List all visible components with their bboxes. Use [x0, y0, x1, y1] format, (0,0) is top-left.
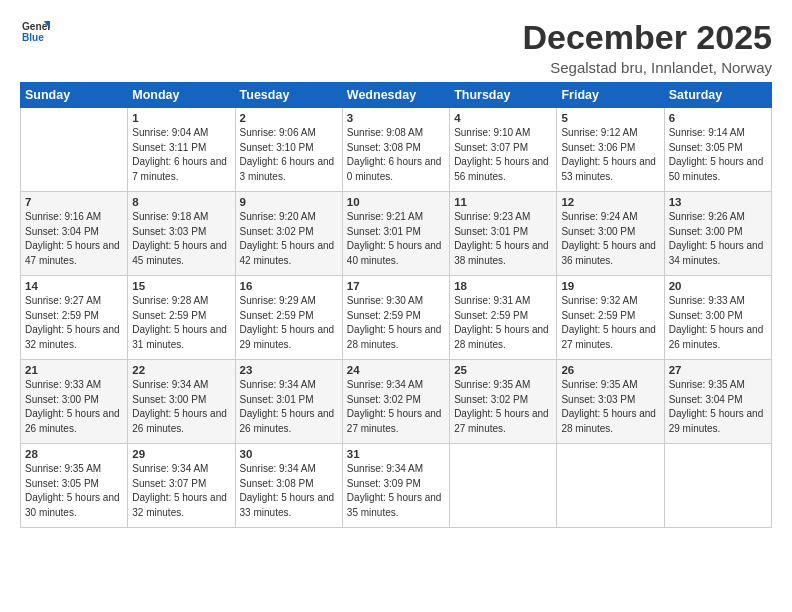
day-number: 10: [347, 196, 445, 208]
day-info: Sunrise: 9:06 AMSunset: 3:10 PMDaylight:…: [240, 126, 338, 184]
calendar-cell: [557, 444, 664, 528]
day-number: 31: [347, 448, 445, 460]
col-wednesday: Wednesday: [342, 83, 449, 108]
day-info: Sunrise: 9:04 AMSunset: 3:11 PMDaylight:…: [132, 126, 230, 184]
day-number: 9: [240, 196, 338, 208]
day-info: Sunrise: 9:12 AMSunset: 3:06 PMDaylight:…: [561, 126, 659, 184]
day-number: 18: [454, 280, 552, 292]
col-thursday: Thursday: [450, 83, 557, 108]
day-info: Sunrise: 9:10 AMSunset: 3:07 PMDaylight:…: [454, 126, 552, 184]
col-friday: Friday: [557, 83, 664, 108]
calendar-week-3: 21Sunrise: 9:33 AMSunset: 3:00 PMDayligh…: [21, 360, 772, 444]
calendar-cell: 26Sunrise: 9:35 AMSunset: 3:03 PMDayligh…: [557, 360, 664, 444]
calendar-cell: 6Sunrise: 9:14 AMSunset: 3:05 PMDaylight…: [664, 108, 771, 192]
calendar-cell: 10Sunrise: 9:21 AMSunset: 3:01 PMDayligh…: [342, 192, 449, 276]
day-number: 21: [25, 364, 123, 376]
day-info: Sunrise: 9:08 AMSunset: 3:08 PMDaylight:…: [347, 126, 445, 184]
day-number: 13: [669, 196, 767, 208]
day-number: 11: [454, 196, 552, 208]
calendar-cell: 30Sunrise: 9:34 AMSunset: 3:08 PMDayligh…: [235, 444, 342, 528]
day-info: Sunrise: 9:35 AMSunset: 3:04 PMDaylight:…: [669, 378, 767, 436]
day-info: Sunrise: 9:30 AMSunset: 2:59 PMDaylight:…: [347, 294, 445, 352]
day-info: Sunrise: 9:34 AMSunset: 3:01 PMDaylight:…: [240, 378, 338, 436]
subtitle: Segalstad bru, Innlandet, Norway: [522, 59, 772, 76]
day-number: 30: [240, 448, 338, 460]
day-number: 28: [25, 448, 123, 460]
calendar-cell: 31Sunrise: 9:34 AMSunset: 3:09 PMDayligh…: [342, 444, 449, 528]
day-info: Sunrise: 9:29 AMSunset: 2:59 PMDaylight:…: [240, 294, 338, 352]
day-number: 26: [561, 364, 659, 376]
day-info: Sunrise: 9:35 AMSunset: 3:03 PMDaylight:…: [561, 378, 659, 436]
day-info: Sunrise: 9:18 AMSunset: 3:03 PMDaylight:…: [132, 210, 230, 268]
day-number: 16: [240, 280, 338, 292]
day-info: Sunrise: 9:23 AMSunset: 3:01 PMDaylight:…: [454, 210, 552, 268]
day-number: 12: [561, 196, 659, 208]
calendar-cell: 17Sunrise: 9:30 AMSunset: 2:59 PMDayligh…: [342, 276, 449, 360]
day-info: Sunrise: 9:34 AMSunset: 3:07 PMDaylight:…: [132, 462, 230, 520]
day-number: 23: [240, 364, 338, 376]
day-info: Sunrise: 9:33 AMSunset: 3:00 PMDaylight:…: [669, 294, 767, 352]
day-info: Sunrise: 9:33 AMSunset: 3:00 PMDaylight:…: [25, 378, 123, 436]
calendar-cell: 2Sunrise: 9:06 AMSunset: 3:10 PMDaylight…: [235, 108, 342, 192]
calendar-cell: 9Sunrise: 9:20 AMSunset: 3:02 PMDaylight…: [235, 192, 342, 276]
day-number: 25: [454, 364, 552, 376]
day-number: 27: [669, 364, 767, 376]
day-number: 15: [132, 280, 230, 292]
day-number: 1: [132, 112, 230, 124]
day-info: Sunrise: 9:32 AMSunset: 2:59 PMDaylight:…: [561, 294, 659, 352]
calendar-cell: 25Sunrise: 9:35 AMSunset: 3:02 PMDayligh…: [450, 360, 557, 444]
day-info: Sunrise: 9:27 AMSunset: 2:59 PMDaylight:…: [25, 294, 123, 352]
calendar-cell: 22Sunrise: 9:34 AMSunset: 3:00 PMDayligh…: [128, 360, 235, 444]
day-number: 4: [454, 112, 552, 124]
day-number: 5: [561, 112, 659, 124]
calendar-cell: 3Sunrise: 9:08 AMSunset: 3:08 PMDaylight…: [342, 108, 449, 192]
day-info: Sunrise: 9:14 AMSunset: 3:05 PMDaylight:…: [669, 126, 767, 184]
calendar-cell: 18Sunrise: 9:31 AMSunset: 2:59 PMDayligh…: [450, 276, 557, 360]
logo: General Blue: [20, 18, 50, 50]
day-number: 8: [132, 196, 230, 208]
day-info: Sunrise: 9:16 AMSunset: 3:04 PMDaylight:…: [25, 210, 123, 268]
day-info: Sunrise: 9:34 AMSunset: 3:08 PMDaylight:…: [240, 462, 338, 520]
calendar-cell: 23Sunrise: 9:34 AMSunset: 3:01 PMDayligh…: [235, 360, 342, 444]
calendar-week-2: 14Sunrise: 9:27 AMSunset: 2:59 PMDayligh…: [21, 276, 772, 360]
day-number: 14: [25, 280, 123, 292]
day-number: 17: [347, 280, 445, 292]
col-sunday: Sunday: [21, 83, 128, 108]
logo-icon: General Blue: [22, 18, 50, 46]
day-number: 29: [132, 448, 230, 460]
day-number: 20: [669, 280, 767, 292]
day-number: 7: [25, 196, 123, 208]
calendar-cell: 29Sunrise: 9:34 AMSunset: 3:07 PMDayligh…: [128, 444, 235, 528]
header-row: Sunday Monday Tuesday Wednesday Thursday…: [21, 83, 772, 108]
svg-text:Blue: Blue: [22, 32, 44, 43]
calendar-cell: [450, 444, 557, 528]
calendar-cell: 14Sunrise: 9:27 AMSunset: 2:59 PMDayligh…: [21, 276, 128, 360]
calendar-cell: 20Sunrise: 9:33 AMSunset: 3:00 PMDayligh…: [664, 276, 771, 360]
calendar-cell: 24Sunrise: 9:34 AMSunset: 3:02 PMDayligh…: [342, 360, 449, 444]
calendar-cell: 28Sunrise: 9:35 AMSunset: 3:05 PMDayligh…: [21, 444, 128, 528]
day-number: 6: [669, 112, 767, 124]
calendar-cell: 27Sunrise: 9:35 AMSunset: 3:04 PMDayligh…: [664, 360, 771, 444]
calendar-cell: 5Sunrise: 9:12 AMSunset: 3:06 PMDaylight…: [557, 108, 664, 192]
calendar-cell: 8Sunrise: 9:18 AMSunset: 3:03 PMDaylight…: [128, 192, 235, 276]
day-number: 22: [132, 364, 230, 376]
day-number: 2: [240, 112, 338, 124]
calendar-week-4: 28Sunrise: 9:35 AMSunset: 3:05 PMDayligh…: [21, 444, 772, 528]
day-info: Sunrise: 9:28 AMSunset: 2:59 PMDaylight:…: [132, 294, 230, 352]
page: General Blue December 2025 Segalstad bru…: [0, 0, 792, 612]
calendar-cell: 16Sunrise: 9:29 AMSunset: 2:59 PMDayligh…: [235, 276, 342, 360]
day-info: Sunrise: 9:26 AMSunset: 3:00 PMDaylight:…: [669, 210, 767, 268]
calendar-cell: 12Sunrise: 9:24 AMSunset: 3:00 PMDayligh…: [557, 192, 664, 276]
col-tuesday: Tuesday: [235, 83, 342, 108]
calendar-cell: 13Sunrise: 9:26 AMSunset: 3:00 PMDayligh…: [664, 192, 771, 276]
day-info: Sunrise: 9:20 AMSunset: 3:02 PMDaylight:…: [240, 210, 338, 268]
calendar-cell: 4Sunrise: 9:10 AMSunset: 3:07 PMDaylight…: [450, 108, 557, 192]
col-saturday: Saturday: [664, 83, 771, 108]
day-info: Sunrise: 9:21 AMSunset: 3:01 PMDaylight:…: [347, 210, 445, 268]
day-number: 19: [561, 280, 659, 292]
calendar-cell: 21Sunrise: 9:33 AMSunset: 3:00 PMDayligh…: [21, 360, 128, 444]
title-block: December 2025 Segalstad bru, Innlandet, …: [522, 18, 772, 76]
calendar-cell: 15Sunrise: 9:28 AMSunset: 2:59 PMDayligh…: [128, 276, 235, 360]
day-info: Sunrise: 9:35 AMSunset: 3:02 PMDaylight:…: [454, 378, 552, 436]
calendar-cell: 7Sunrise: 9:16 AMSunset: 3:04 PMDaylight…: [21, 192, 128, 276]
